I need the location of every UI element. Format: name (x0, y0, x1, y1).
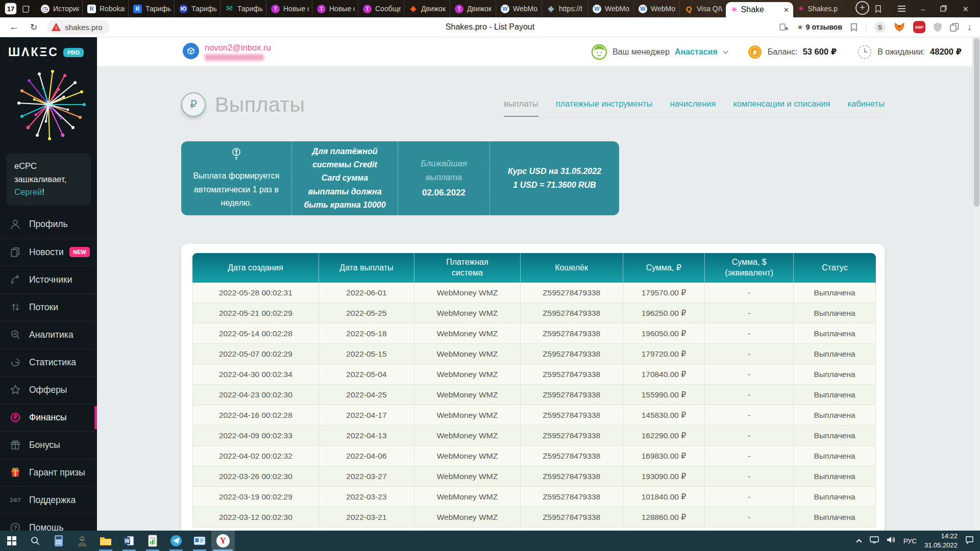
shakes-favicon: ✳ (731, 5, 738, 14)
cell-amount-usd: - (705, 405, 794, 425)
browser-tab[interactable]: ✉ Тарифы (220, 0, 266, 17)
sidebar-item-profile[interactable]: Профиль (0, 211, 97, 238)
back-button[interactable]: ← (9, 21, 19, 33)
table-row[interactable]: 2022-04-09 00:02:33 2022-04-13 WebMoney … (192, 425, 876, 446)
new-badge: NEW (69, 247, 90, 257)
metamask-icon[interactable] (894, 22, 905, 32)
taskbar-idcard-app-icon[interactable] (188, 531, 211, 551)
restore-button[interactable] (940, 5, 947, 13)
tab-payment-instruments[interactable]: платежные инструменты (556, 99, 653, 109)
browser-tab-active[interactable]: ✳ Shake ✕ (726, 2, 793, 17)
taskbar-telegram-icon[interactable] (164, 531, 188, 551)
sidebar-item-help[interactable]: ? Помощь (0, 514, 97, 531)
tray-volume-icon[interactable] (887, 536, 896, 546)
taskbar-clock[interactable]: 14:22 31.05.2022 (924, 532, 958, 549)
adblock-plus-icon[interactable]: ABP (913, 21, 925, 33)
browser-tab[interactable]: R Robokas (82, 0, 128, 17)
browser-tab[interactable]: ◆ Движок (404, 0, 450, 17)
tab-label: Тарифы (237, 5, 263, 13)
sidebar-item-finance[interactable]: ₽ Финансы (0, 404, 97, 431)
tab-payouts[interactable]: выплаты (504, 99, 538, 109)
table-row[interactable]: 2022-04-02 00:02:32 2022-04-06 WebMoney … (192, 446, 876, 466)
tab-compensations[interactable]: компенсации и списания (733, 99, 830, 109)
sidebar-item-offers[interactable]: Офферы (0, 376, 97, 404)
action-center-icon[interactable] (965, 536, 974, 546)
browser-tab[interactable]: Q Visa QIW (679, 0, 725, 17)
side-panel-icon[interactable] (874, 5, 883, 13)
close-window-button[interactable]: ✕ (962, 5, 969, 13)
browser-tab[interactable]: W WebMo (633, 0, 679, 17)
table-row[interactable]: 2022-04-23 00:02:30 2022-04-25 WebMoney … (192, 385, 876, 405)
sidebar-item-analytics[interactable]: Аналитика (0, 321, 97, 348)
keyboard-language[interactable]: РУС (903, 537, 917, 545)
tab-cabinets[interactable]: кабинеты (847, 99, 885, 109)
table-row[interactable]: 2022-05-07 00:02:29 2022-05-15 WebMoney … (192, 344, 876, 364)
browser-tab[interactable]: W WebMo (587, 0, 633, 17)
menu-icon[interactable] (898, 6, 905, 12)
cell-system: WebMoney WMZ (414, 507, 521, 527)
table-row[interactable]: 2022-03-12 00:02:30 2022-03-21 WebMoney … (192, 507, 876, 528)
taskbar-calculator-icon[interactable] (47, 531, 70, 551)
tray-expand-icon[interactable] (856, 539, 862, 544)
cell-paid: 2022-06-01 (319, 283, 414, 303)
taskbar-word-icon[interactable]: W (117, 531, 141, 551)
devices-icon[interactable] (779, 23, 789, 31)
logo[interactable]: ШΛКΞС PRO (0, 37, 97, 59)
table-row[interactable]: 2022-05-21 00:02:29 2022-05-25 WebMoney … (192, 303, 876, 323)
sidebar-item-flows[interactable]: Потоки (0, 293, 97, 321)
browser-tab[interactable]: R Тарифы (128, 0, 174, 17)
table-row[interactable]: 2022-05-28 00:02:31 2022-06-01 WebMoney … (192, 283, 876, 303)
browser-tab[interactable]: Ю Тарифы (174, 0, 220, 17)
browser-tab[interactable]: T Новые с (312, 0, 358, 17)
taskbar-search-icon[interactable] (23, 531, 47, 551)
sidebar-item-sources[interactable]: Источники (0, 266, 97, 293)
new-tab-button[interactable]: + (855, 1, 869, 15)
tab-close-icon[interactable]: ✕ (783, 6, 789, 14)
bookmark-icon[interactable] (850, 23, 857, 32)
tab-counter-button[interactable]: 17 (4, 2, 17, 15)
start-button[interactable] (0, 531, 23, 551)
table-row[interactable]: 2022-04-30 00:02:34 2022-05-04 WebMoney … (192, 364, 876, 385)
reviews-badge[interactable]: ★ 9 отзывов (797, 23, 842, 31)
cell-paid: 2022-05-04 (319, 364, 414, 384)
browser-scrollbar[interactable] (972, 37, 980, 531)
shield-extension-icon[interactable] (934, 22, 942, 32)
manager-widget[interactable]: Ваш менеджер Анастасия (591, 44, 727, 60)
col-header-wallet: Кошелёк (521, 253, 623, 283)
taskbar-explorer-icon[interactable] (94, 531, 117, 551)
browser-tab[interactable]: ✳ Shakes.p (793, 0, 848, 17)
table-row[interactable]: 2022-03-26 00:02:30 2022-03-27 WebMoney … (192, 466, 876, 487)
tab-panel-icon[interactable] (22, 4, 32, 14)
address-bar[interactable]: ! shakes.pro (47, 20, 109, 34)
table-row[interactable]: 2022-04-16 00:02:28 2022-04-17 WebMoney … (192, 405, 876, 425)
downloads-icon[interactable]: ↓ (967, 22, 972, 33)
browser-tab[interactable]: T Сообще (358, 0, 404, 17)
table-row[interactable]: 2022-05-14 00:02:28 2022-05-18 WebMoney … (192, 323, 876, 344)
browser-tab[interactable]: T Новые с (266, 0, 312, 17)
sidebar-item-garant-prizes[interactable]: Гарант призы (0, 459, 97, 486)
scrollbar-thumb[interactable] (974, 38, 979, 207)
taskbar-yandex-browser-icon[interactable]: Y (211, 531, 235, 551)
sidebar-item-support[interactable]: 24/7 Поддержка (0, 486, 97, 514)
taskbar-report-app-icon[interactable] (141, 531, 164, 551)
tab-favicon: T (455, 5, 463, 13)
extension-s-icon[interactable]: S (874, 21, 886, 33)
reload-button[interactable]: ↻ (30, 22, 37, 33)
tab-accruals[interactable]: начисления (670, 99, 716, 109)
table-row[interactable]: 2022-03-19 00:02:29 2022-03-23 WebMoney … (192, 487, 876, 507)
browser-tab[interactable]: ◆ https://t (542, 0, 587, 17)
account-email-block[interactable]: novon2@inbox.ru (183, 43, 271, 61)
sidebar: ШΛКΞС PRO (0, 37, 97, 531)
tabs-groups-icon[interactable] (950, 23, 959, 32)
insecure-warning-icon[interactable]: ! (52, 23, 61, 31)
minimize-button[interactable]: – (921, 5, 925, 13)
browser-tab[interactable]: T Движок (450, 0, 496, 17)
sidebar-item-statistics[interactable]: Статистика (0, 348, 97, 376)
taskbar-contact-icon[interactable] (70, 531, 94, 551)
sidebar-item-bonuses[interactable]: Бонусы (0, 431, 97, 459)
tray-network-icon[interactable] (870, 536, 879, 545)
sidebar-item-news[interactable]: Новости NEW (0, 238, 97, 266)
browser-tab[interactable]: ◷ История (36, 0, 82, 17)
browser-tab[interactable]: W WebMo (496, 0, 542, 17)
cell-wallet: Z595278479338 (521, 507, 623, 527)
